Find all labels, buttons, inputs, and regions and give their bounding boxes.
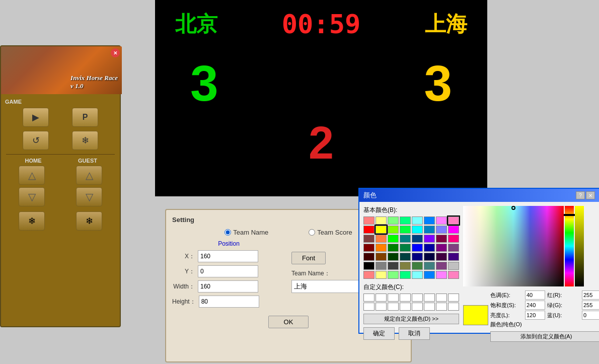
basic-color-swatch[interactable] <box>400 216 411 225</box>
radio-team-score[interactable] <box>309 229 315 236</box>
basic-color-swatch[interactable] <box>400 235 411 243</box>
basic-color-swatch[interactable] <box>376 262 387 270</box>
basic-color-swatch[interactable] <box>448 262 459 270</box>
radio-team-name[interactable] <box>224 229 231 236</box>
basic-color-swatch[interactable] <box>412 262 423 270</box>
basic-color-swatch[interactable] <box>448 235 459 243</box>
basic-color-swatch[interactable] <box>436 235 447 243</box>
basic-color-swatch[interactable] <box>424 226 435 234</box>
red-input[interactable] <box>582 290 599 300</box>
basic-color-swatch[interactable] <box>388 253 399 261</box>
home-down-button[interactable]: ▽ <box>19 187 45 206</box>
ok-button[interactable]: OK <box>268 316 309 328</box>
basic-color-swatch[interactable] <box>436 216 447 225</box>
basic-color-swatch[interactable] <box>424 271 435 279</box>
basic-color-swatch[interactable] <box>436 244 447 252</box>
custom-swatch[interactable] <box>363 294 375 302</box>
guest-up-button[interactable]: △ <box>76 166 102 185</box>
basic-color-swatch[interactable] <box>400 262 411 270</box>
basic-color-swatch[interactable] <box>388 262 399 270</box>
custom-swatch[interactable] <box>412 294 423 302</box>
pause-button[interactable]: P <box>72 108 98 127</box>
basic-color-swatch[interactable] <box>388 271 399 279</box>
color-cancel-button[interactable]: 取消 <box>399 327 430 340</box>
basic-color-swatch[interactable] <box>448 271 459 279</box>
basic-color-swatch[interactable] <box>412 244 423 252</box>
close-button[interactable]: ✕ <box>586 191 595 199</box>
basic-color-swatch[interactable] <box>376 244 387 252</box>
basic-color-swatch[interactable] <box>400 253 411 261</box>
custom-swatch[interactable] <box>448 294 459 302</box>
basic-color-swatch[interactable] <box>436 253 447 261</box>
play-button[interactable]: ▶ <box>23 108 49 127</box>
crystal-button[interactable]: ❄ <box>72 131 98 150</box>
basic-color-swatch[interactable] <box>448 244 459 252</box>
basic-color-swatch[interactable] <box>436 262 447 270</box>
replay-button[interactable]: ↺ <box>23 131 49 150</box>
custom-swatch[interactable] <box>388 294 399 302</box>
custom-swatch[interactable] <box>363 303 375 311</box>
color-ok-button[interactable]: 确定 <box>363 327 395 340</box>
basic-color-swatch[interactable] <box>448 253 459 261</box>
hue-input[interactable] <box>525 290 545 300</box>
basic-color-swatch[interactable] <box>424 262 435 270</box>
green-input[interactable] <box>582 301 599 310</box>
basic-color-swatch[interactable] <box>363 271 375 279</box>
basic-color-swatch[interactable] <box>412 216 423 225</box>
basic-color-swatch[interactable] <box>376 253 387 261</box>
close-icon[interactable]: ✕ <box>111 48 120 57</box>
basic-color-swatch[interactable] <box>448 226 459 234</box>
custom-swatch[interactable] <box>376 303 387 311</box>
custom-swatch[interactable] <box>436 303 447 311</box>
basic-color-swatch[interactable] <box>363 253 375 261</box>
help-button[interactable]: ? <box>576 191 585 199</box>
custom-swatch[interactable] <box>424 303 435 311</box>
custom-swatch[interactable] <box>376 294 387 302</box>
radio-team-name-label[interactable]: Team Name <box>224 229 268 236</box>
basic-color-swatch[interactable] <box>424 235 435 243</box>
basic-color-swatch[interactable] <box>436 271 447 279</box>
basic-color-swatch[interactable] <box>400 226 411 234</box>
basic-color-swatch[interactable] <box>363 262 375 270</box>
basic-color-swatch[interactable] <box>412 226 423 234</box>
define-custom-colors-button[interactable]: 规定自定义颜色(D) >> <box>363 314 459 324</box>
basic-color-swatch[interactable] <box>376 235 387 243</box>
height-input[interactable] <box>199 296 259 308</box>
basic-color-swatch[interactable] <box>412 271 423 279</box>
basic-color-swatch[interactable] <box>424 244 435 252</box>
basic-color-swatch[interactable] <box>448 216 459 225</box>
blue-input[interactable] <box>582 311 599 320</box>
basic-color-swatch[interactable] <box>412 253 423 261</box>
home-icon-button[interactable]: ❄ <box>19 211 45 231</box>
add-custom-button[interactable]: 添加到自定义颜色(A) <box>490 331 599 342</box>
custom-swatch[interactable] <box>400 303 411 311</box>
custom-swatch[interactable] <box>436 294 447 302</box>
basic-color-swatch[interactable] <box>436 226 447 234</box>
basic-color-swatch[interactable] <box>388 244 399 252</box>
home-up-button[interactable]: △ <box>19 166 45 185</box>
custom-swatch[interactable] <box>412 303 423 311</box>
radio-team-score-label[interactable]: Team Score <box>309 229 352 236</box>
basic-color-swatch[interactable] <box>376 216 387 225</box>
basic-color-swatch[interactable] <box>388 235 399 243</box>
custom-swatch[interactable] <box>400 294 411 302</box>
lum-input[interactable] <box>525 311 545 320</box>
basic-color-swatch[interactable] <box>363 226 375 234</box>
basic-color-swatch[interactable] <box>400 271 411 279</box>
brightness-bar[interactable] <box>575 206 584 286</box>
basic-color-swatch[interactable] <box>363 244 375 252</box>
basic-color-swatch[interactable] <box>388 226 399 234</box>
custom-swatch[interactable] <box>388 303 399 311</box>
guest-down-button[interactable]: ▽ <box>76 187 102 206</box>
basic-color-swatch[interactable] <box>376 271 387 279</box>
x-input[interactable] <box>198 250 258 262</box>
basic-color-swatch[interactable] <box>376 226 387 234</box>
basic-color-swatch[interactable] <box>412 235 423 243</box>
y-input[interactable] <box>198 265 258 277</box>
basic-color-swatch[interactable] <box>388 216 399 225</box>
custom-swatch[interactable] <box>424 294 435 302</box>
guest-icon-button[interactable]: ❄ <box>76 211 102 231</box>
hue-bar[interactable] <box>565 206 574 286</box>
basic-color-swatch[interactable] <box>363 216 375 225</box>
basic-color-swatch[interactable] <box>400 244 411 252</box>
